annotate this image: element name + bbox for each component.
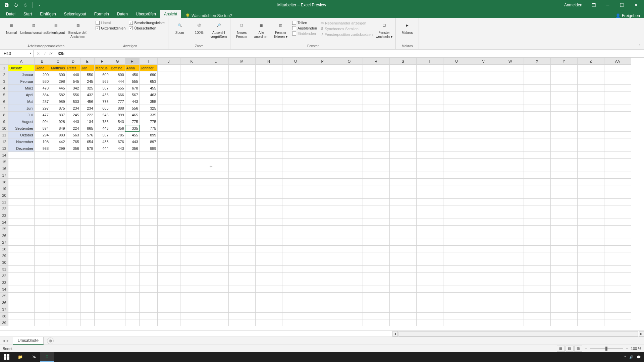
cell-I9[interactable]: 775 [139, 118, 157, 125]
cell-E22[interactable] [80, 205, 94, 212]
col-header-R[interactable]: R [363, 58, 389, 65]
cell-Q9[interactable] [336, 118, 363, 125]
macros-button[interactable]: ▶Makros [398, 19, 417, 44]
cell-W18[interactable] [497, 179, 524, 185]
cell-J27[interactable] [157, 239, 180, 246]
cell-S35[interactable] [389, 293, 416, 299]
cell-G22[interactable] [110, 205, 125, 212]
cell-Q39[interactable] [336, 319, 363, 326]
cell-F32[interactable] [94, 273, 110, 279]
cell-V28[interactable] [470, 246, 497, 252]
cell-O15[interactable] [282, 159, 309, 165]
cell-T22[interactable] [416, 205, 443, 212]
cell-O13[interactable] [282, 145, 309, 152]
cell-C39[interactable] [50, 319, 66, 326]
cell-F34[interactable] [94, 286, 110, 293]
cell-P5[interactable] [309, 92, 336, 98]
col-header-W[interactable]: W [497, 58, 524, 65]
cell-G38[interactable] [110, 313, 125, 319]
cell-A36[interactable] [8, 299, 35, 306]
cell-Q37[interactable] [336, 306, 363, 313]
cell-J3[interactable] [157, 78, 180, 85]
cell-G34[interactable] [110, 286, 125, 293]
cell-L24[interactable] [203, 219, 228, 226]
cell-F9[interactable]: 788 [94, 118, 110, 125]
cell-C37[interactable] [50, 306, 66, 313]
cell-A2[interactable]: Januar [8, 71, 35, 78]
cell-I13[interactable]: 989 [139, 145, 157, 152]
cell-M10[interactable] [228, 125, 255, 132]
cell-B15[interactable] [35, 159, 50, 165]
row-header-14[interactable]: 14 [0, 152, 8, 159]
cell-U12[interactable] [443, 138, 470, 145]
cell-U27[interactable] [443, 239, 470, 246]
cell-C2[interactable]: 300 [50, 71, 66, 78]
cell-A22[interactable] [8, 205, 35, 212]
cell-L15[interactable] [203, 159, 228, 165]
cell-H25[interactable] [125, 226, 139, 232]
cell-V20[interactable] [470, 192, 497, 199]
cell-F1[interactable]: Markus [94, 65, 110, 71]
cell-R1[interactable] [363, 65, 389, 71]
cell-Y22[interactable] [550, 205, 577, 212]
cell-Z3[interactable] [577, 78, 604, 85]
cell-P20[interactable] [309, 192, 336, 199]
row-header-30[interactable]: 30 [0, 259, 8, 266]
col-header-Y[interactable]: Y [550, 58, 577, 65]
cell-Z19[interactable] [577, 185, 604, 192]
cell-Q29[interactable] [336, 252, 363, 259]
cell-R18[interactable] [363, 179, 389, 185]
cell-G11[interactable]: 785 [110, 132, 125, 138]
cell-AA27[interactable] [604, 239, 631, 246]
add-sheet-button[interactable]: ⊕ [47, 338, 54, 344]
cell-I23[interactable] [139, 212, 157, 219]
cell-F8[interactable]: 546 [94, 112, 110, 118]
cell-J20[interactable] [157, 192, 180, 199]
cell-R32[interactable] [363, 273, 389, 279]
cell-D22[interactable] [66, 205, 80, 212]
cell-D31[interactable] [66, 266, 80, 273]
cell-X20[interactable] [524, 192, 550, 199]
cell-K38[interactable] [180, 313, 203, 319]
cell-K5[interactable] [180, 92, 203, 98]
cell-W2[interactable] [497, 71, 524, 78]
cell-E28[interactable] [80, 246, 94, 252]
cell-P13[interactable] [309, 145, 336, 152]
row-header-5[interactable]: 5 [0, 92, 8, 98]
cell-S18[interactable] [389, 179, 416, 185]
signin-link[interactable]: Anmelden [560, 3, 586, 7]
cell-AA2[interactable] [604, 71, 631, 78]
cell-AA1[interactable] [604, 65, 631, 71]
cell-I12[interactable]: 897 [139, 138, 157, 145]
cell-S36[interactable] [389, 299, 416, 306]
cell-L13[interactable] [203, 145, 228, 152]
cell-F13[interactable]: 444 [94, 145, 110, 152]
cell-C10[interactable]: 849 [50, 125, 66, 132]
cell-T2[interactable] [416, 71, 443, 78]
cell-Z17[interactable] [577, 172, 604, 179]
cell-W16[interactable] [497, 165, 524, 172]
cell-B25[interactable] [35, 226, 50, 232]
cell-I3[interactable]: 653 [139, 78, 157, 85]
cell-C21[interactable] [50, 199, 66, 205]
cell-K13[interactable] [180, 145, 203, 152]
collapse-ribbon-icon[interactable]: ˄ [637, 43, 642, 49]
cell-Z32[interactable] [577, 273, 604, 279]
cell-Y38[interactable] [550, 313, 577, 319]
cell-T8[interactable] [416, 112, 443, 118]
cell-A26[interactable] [8, 232, 35, 239]
cell-Q13[interactable] [336, 145, 363, 152]
cell-W12[interactable] [497, 138, 524, 145]
cell-E8[interactable]: 222 [80, 112, 94, 118]
cell-L9[interactable] [203, 118, 228, 125]
cell-C26[interactable] [50, 232, 66, 239]
cell-X36[interactable] [524, 299, 550, 306]
cell-N30[interactable] [255, 259, 282, 266]
cell-X19[interactable] [524, 185, 550, 192]
cell-AA10[interactable] [604, 125, 631, 132]
cell-J17[interactable] [157, 172, 180, 179]
cell-C15[interactable] [50, 159, 66, 165]
cell-T13[interactable] [416, 145, 443, 152]
cell-T35[interactable] [416, 293, 443, 299]
save-icon[interactable] [3, 1, 11, 9]
